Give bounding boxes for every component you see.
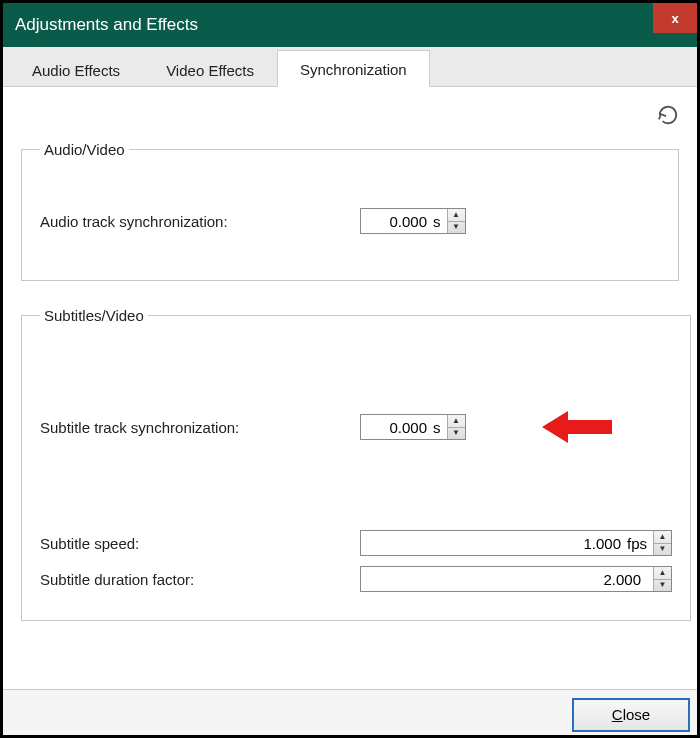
audio-track-sync-input[interactable] [361,209,433,233]
audio-track-sync-steppers: ▲ ▼ [447,209,465,233]
tab-video-effects[interactable]: Video Effects [143,51,277,87]
subtitle-track-sync-input[interactable] [361,415,433,439]
close-icon: x [671,11,678,26]
window-title: Adjustments and Effects [15,15,198,35]
synchronization-panel: Audio/Video Audio track synchronization:… [3,87,697,689]
subtitle-speed-step-up[interactable]: ▲ [654,531,671,544]
subtitles-video-legend: Subtitles/Video [40,307,148,324]
dialog-footer: Close [3,689,697,735]
subtitle-speed-input[interactable] [361,531,627,555]
tabbar: Audio Effects Video Effects Synchronizat… [3,47,697,87]
tab-synchronization[interactable]: Synchronization [277,50,430,87]
subtitle-speed-unit: fps [627,531,653,555]
subtitles-video-group: Subtitles/Video Subtitle track synchroni… [21,307,691,621]
titlebar: Adjustments and Effects x [3,3,697,47]
svg-marker-0 [542,411,612,443]
subtitle-duration-factor-label: Subtitle duration factor: [40,571,360,588]
subtitle-track-sync-label: Subtitle track synchronization: [40,419,360,436]
refresh-icon[interactable] [657,104,679,126]
audio-track-sync-step-down[interactable]: ▼ [448,222,465,234]
subtitle-speed-spinbox[interactable]: fps ▲ ▼ [360,530,672,556]
subtitle-duration-factor-step-up[interactable]: ▲ [654,567,671,580]
subtitle-duration-factor-step-down[interactable]: ▼ [654,580,671,592]
adjustments-effects-window: Adjustments and Effects x Audio Effects … [0,0,700,738]
audio-track-sync-label: Audio track synchronization: [40,213,360,230]
titlebar-close-button[interactable]: x [653,3,697,33]
subtitle-speed-label: Subtitle speed: [40,535,360,552]
close-button-rest: lose [623,706,651,723]
audio-video-legend: Audio/Video [40,141,129,158]
subtitle-speed-steppers: ▲ ▼ [653,531,671,555]
close-button-mnemonic: C [612,706,623,723]
subtitle-track-sync-unit: s [433,415,447,439]
subtitle-duration-factor-spinbox[interactable]: ▲ ▼ [360,566,672,592]
close-button[interactable]: Close [573,699,689,731]
subtitle-track-sync-steppers: ▲ ▼ [447,415,465,439]
subtitle-duration-factor-input[interactable] [361,567,647,591]
audio-track-sync-step-up[interactable]: ▲ [448,209,465,222]
audio-track-sync-unit: s [433,209,447,233]
subtitle-track-sync-step-up[interactable]: ▲ [448,415,465,428]
tab-audio-effects[interactable]: Audio Effects [9,51,143,87]
subtitle-speed-step-down[interactable]: ▼ [654,544,671,556]
arrow-annotation-icon [542,407,622,447]
subtitle-track-sync-step-down[interactable]: ▼ [448,428,465,440]
audio-video-group: Audio/Video Audio track synchronization:… [21,141,679,281]
audio-track-sync-spinbox[interactable]: s ▲ ▼ [360,208,466,234]
subtitle-track-sync-spinbox[interactable]: s ▲ ▼ [360,414,466,440]
subtitle-duration-factor-steppers: ▲ ▼ [653,567,671,591]
